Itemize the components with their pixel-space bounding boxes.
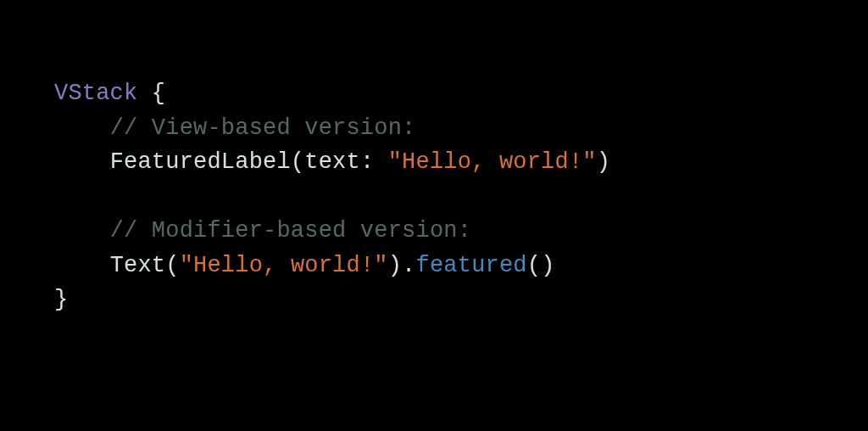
indent (54, 214, 110, 249)
token-brace-close: } (54, 287, 68, 312)
token-string: "Hello, world!" (180, 253, 388, 278)
token-call: FeaturedLabel (110, 149, 291, 175)
blank-line (54, 180, 814, 215)
token-call: Text (110, 253, 166, 278)
token-comment: // View-based version: (110, 115, 416, 141)
token-method: featured (416, 253, 527, 278)
indent (54, 249, 110, 283)
code-line-1: VStack { (54, 76, 814, 111)
token-paren-close: ) (388, 253, 402, 278)
code-line-5: Text("Hello, world!").featured() (54, 249, 814, 283)
token-paren-open: ( (291, 149, 304, 175)
code-line-3: FeaturedLabel(text: "Hello, world!") (54, 145, 814, 180)
token-string: "Hello, world!" (388, 149, 597, 175)
token-type: VStack (54, 81, 137, 106)
token-comment: // Modifier-based version: (110, 218, 471, 243)
indent (54, 145, 110, 180)
token-dot: . (402, 253, 415, 278)
code-line-6: } (54, 283, 814, 317)
token-paren-close: ) (541, 253, 554, 278)
code-block: VStack { // View-based version: Featured… (0, 0, 868, 394)
token-arg-label: text: (304, 149, 387, 175)
indent (54, 111, 110, 146)
token-paren-open: ( (527, 253, 541, 278)
token-paren-open: ( (165, 253, 179, 278)
code-line-2: // View-based version: (54, 111, 814, 146)
code-line-4: // Modifier-based version: (54, 214, 814, 249)
token-brace-open: { (137, 81, 165, 106)
token-paren-close: ) (597, 149, 610, 175)
